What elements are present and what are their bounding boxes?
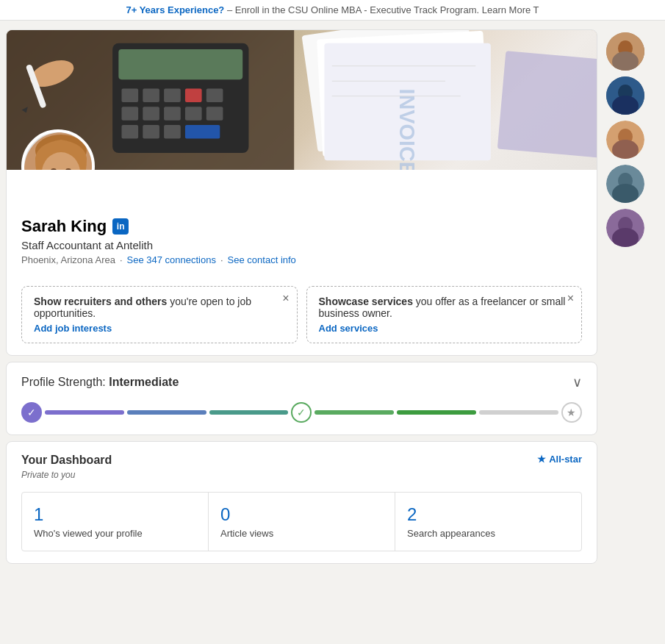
progress-bar: ✓ ✓ ★	[21, 402, 582, 423]
strength-label: Profile Strength:	[21, 376, 106, 388]
profile-location: Phoenix, Arizona Area	[21, 254, 115, 265]
promo-banner-services: × Showcase services you offer as a freel…	[306, 286, 583, 343]
progress-segment-2	[127, 410, 206, 415]
right-avatar-5[interactable]	[606, 209, 644, 247]
promo-banner-services-title-strong: Showcase services	[319, 296, 413, 307]
profile-name-row: Sarah King in	[21, 217, 582, 236]
promo-banner-services-title: Showcase services you offer as a freelan…	[319, 296, 570, 319]
svg-rect-11	[185, 107, 202, 121]
profile-views-number: 1	[34, 504, 196, 525]
promo-banner-jobs-title: Show recruiters and others you're open t…	[34, 296, 285, 319]
dashboard-stats: 1 Who's viewed your profile 0 Article vi…	[21, 492, 582, 551]
promo-banner-jobs: × Show recruiters and others you're open…	[21, 286, 298, 343]
profile-info-section: Sarah King in Staff Accountant at Anteli…	[7, 205, 597, 277]
progress-segment-3	[209, 410, 289, 415]
star-icon: ★	[537, 454, 546, 465]
contact-info-link[interactable]: See contact info	[228, 254, 296, 265]
cover-bg-image: INVOICE	[7, 30, 597, 170]
progress-segment-1	[45, 410, 124, 415]
strength-level: Intermediate	[109, 376, 179, 388]
strength-collapse-icon[interactable]: ∨	[572, 374, 582, 390]
svg-rect-8	[121, 107, 138, 121]
stat-article-views[interactable]: 0 Article views	[209, 493, 395, 551]
top-banner: 7+ Years Experience? – Enroll in the CSU…	[0, 0, 665, 21]
stat-search-appearances[interactable]: 2 Search appearances	[395, 493, 581, 551]
profile-card: INVOICE	[6, 29, 597, 356]
linkedin-badge: in	[112, 218, 129, 235]
right-avatar-4[interactable]	[606, 165, 644, 203]
svg-text:INVOICE: INVOICE	[395, 89, 419, 170]
profile-views-label: Who's viewed your profile	[34, 528, 196, 539]
article-views-label: Article views	[220, 528, 383, 539]
banner-link[interactable]: 7+ Years Experience?	[126, 4, 224, 15]
promo-banner-jobs-close[interactable]: ×	[282, 293, 289, 304]
progress-check-end: ★	[561, 402, 582, 423]
svg-rect-12	[206, 107, 223, 121]
svg-rect-16	[185, 125, 220, 139]
svg-rect-10	[164, 107, 181, 121]
progress-segment-5	[397, 410, 476, 415]
profile-meta: Phoenix, Arizona Area · See 347 connecti…	[21, 254, 582, 265]
search-appearances-number: 2	[407, 504, 569, 525]
banner-text: – Enroll in the CSU Online MBA - Executi…	[227, 4, 539, 15]
avatar-container	[21, 129, 95, 170]
svg-rect-7	[206, 89, 223, 103]
profile-title: Staff Accountant at Antelith	[21, 239, 582, 251]
separator-2: ·	[220, 254, 223, 265]
dashboard-title: Your Dashboard	[21, 454, 112, 467]
progress-segment-4	[314, 410, 394, 415]
profile-strength-card: Profile Strength: Intermediate ∨ ✓ ✓	[6, 362, 597, 435]
svg-rect-2	[118, 49, 242, 79]
right-avatar-3[interactable]	[606, 121, 644, 159]
separator-1: ·	[120, 254, 123, 265]
svg-rect-5	[164, 89, 181, 103]
cover-photo: INVOICE	[7, 30, 597, 170]
promo-banner-services-close[interactable]: ×	[567, 293, 574, 304]
right-avatar-1[interactable]	[606, 32, 644, 71]
svg-rect-3	[121, 89, 138, 103]
svg-rect-6	[185, 89, 202, 103]
right-avatar-2[interactable]	[606, 76, 644, 115]
svg-rect-15	[164, 125, 181, 139]
svg-rect-13	[121, 125, 138, 139]
profile-name: Sarah King	[21, 217, 107, 236]
dashboard-subtitle: Private to you	[21, 470, 582, 480]
add-job-interests-link[interactable]: Add job interests	[34, 323, 112, 334]
all-star-label: All-star	[549, 454, 582, 465]
right-sidebar	[606, 29, 659, 564]
add-services-link[interactable]: Add services	[319, 323, 378, 334]
article-views-number: 0	[220, 504, 383, 525]
progress-segment-6	[479, 410, 558, 415]
cover-illustration: INVOICE	[7, 30, 597, 170]
svg-rect-4	[143, 89, 159, 103]
avatar	[21, 129, 95, 170]
dashboard-card: Your Dashboard ★ All-star Private to you…	[6, 441, 597, 564]
progress-check-middle: ✓	[291, 402, 312, 423]
progress-check-start: ✓	[21, 402, 42, 423]
promo-banners: × Show recruiters and others you're open…	[7, 277, 597, 355]
strength-header: Profile Strength: Intermediate ∨	[21, 374, 582, 390]
dashboard-header: Your Dashboard ★ All-star	[21, 454, 582, 467]
main-column: INVOICE	[6, 29, 597, 564]
avatar-image	[24, 132, 95, 170]
search-appearances-label: Search appearances	[407, 528, 569, 539]
stat-profile-views[interactable]: 1 Who's viewed your profile	[22, 493, 209, 551]
svg-rect-9	[143, 107, 159, 121]
strength-title: Profile Strength: Intermediate	[21, 376, 179, 389]
svg-rect-27	[497, 51, 597, 160]
promo-banner-jobs-title-strong: Show recruiters and others	[34, 296, 167, 307]
all-star-button[interactable]: ★ All-star	[537, 454, 582, 465]
svg-rect-14	[143, 125, 159, 139]
connections-link[interactable]: See 347 connections	[127, 254, 216, 265]
